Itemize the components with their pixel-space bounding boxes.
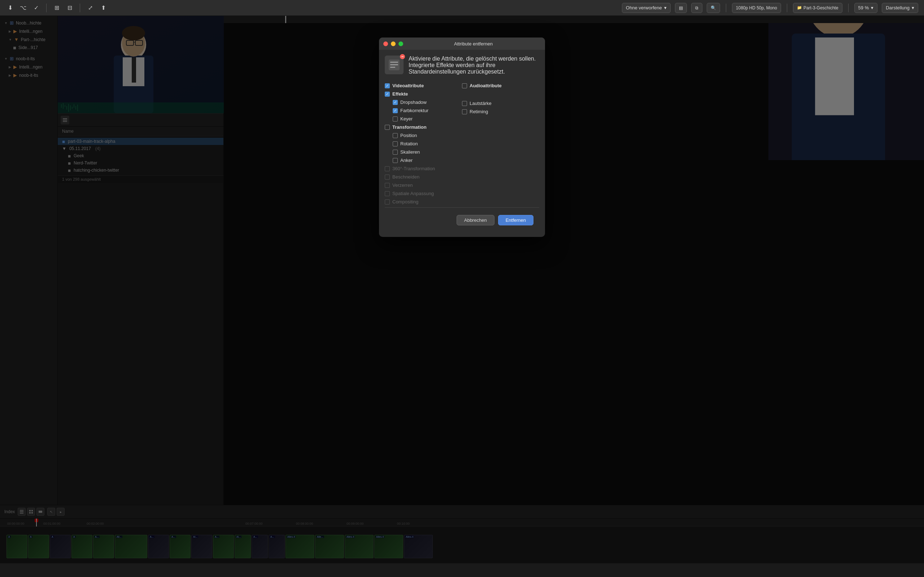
transformation-checkbox[interactable] — [385, 125, 390, 130]
share-icon[interactable]: ⬆ — [99, 3, 108, 12]
retiming-label: Retiming — [470, 109, 488, 114]
360-label: 360°-Transformation — [393, 166, 435, 171]
view-btn-1[interactable]: ▤ — [675, 3, 687, 13]
farbkorrektur-item[interactable]: Farbkorrektur — [385, 106, 462, 115]
compositing-checkbox — [385, 200, 390, 205]
position-item[interactable]: Position — [385, 131, 462, 140]
chevron-down-icon: ▾ — [664, 5, 667, 10]
dropshadow-item[interactable]: Dropshadow — [385, 98, 462, 106]
project-label: Part-3-Geschichte — [803, 5, 838, 10]
360-item: 360°-Transformation — [385, 164, 462, 173]
chevron-down-icon-3: ▾ — [912, 5, 914, 10]
lautstaerke-label: Lautstärke — [470, 101, 492, 106]
checkbox-grid: Videoattribute Effekte Dropshadow — [385, 82, 539, 206]
effekte-checkbox[interactable] — [385, 92, 390, 97]
zoom-dropdown[interactable]: 59 % ▾ — [855, 3, 878, 13]
confirm-button[interactable]: Entfernen — [498, 215, 533, 226]
filter-dropdown[interactable]: Ohne verworfene ▾ — [622, 3, 670, 13]
videoattribute-checkbox[interactable] — [385, 83, 390, 89]
chevron-down-icon-2: ▾ — [871, 5, 874, 10]
dropshadow-label: Dropshadow — [400, 100, 426, 105]
audioattribute-item[interactable]: Audioattribute — [462, 82, 539, 90]
audioattribute-checkbox[interactable] — [462, 83, 467, 89]
right-column: Audioattribute Lautstärke Retiming — [462, 82, 539, 206]
import-icon[interactable]: ⬇ — [6, 3, 15, 12]
skalieren-item[interactable]: Skalieren — [385, 148, 462, 156]
retiming-item[interactable]: Retiming — [462, 108, 539, 116]
resolution-btn: 1080p HD 50p, Mono — [732, 3, 781, 13]
zoom-label: 59 % — [858, 5, 869, 10]
360-checkbox — [385, 166, 390, 171]
close-button[interactable] — [383, 42, 388, 46]
compositing-item: Compositing — [385, 198, 462, 206]
effekte-item[interactable]: Effekte — [385, 90, 462, 98]
sep2 — [80, 3, 80, 12]
display-dropdown[interactable]: Darstellung ▾ — [882, 3, 918, 13]
top-toolbar: ⬇ ⌥ ✓ ⊞ ⊟ ⤢ ⬆ Ohne verworfene ▾ ▤ ⧉ 🔍 10… — [0, 0, 924, 16]
farbkorrektur-checkbox[interactable] — [393, 108, 398, 113]
videoattribute-item[interactable]: Videoattribute — [385, 82, 462, 90]
beschneiden-label: Beschneiden — [393, 174, 419, 180]
check-icon[interactable]: ✓ — [32, 3, 40, 12]
anker-label: Anker — [400, 158, 412, 163]
resize-icon[interactable]: ⤢ — [86, 3, 95, 12]
spatiale-label: Spatiale Anpassung — [393, 191, 434, 196]
transformation-item[interactable]: Transformation — [385, 123, 462, 131]
videoattribute-label: Videoattribute — [393, 83, 424, 89]
dialog-header: − Aktiviere die Attribute, die gelöscht … — [385, 56, 539, 75]
rotation-label: Rotation — [400, 141, 418, 147]
retiming-checkbox[interactable] — [462, 109, 467, 114]
lautstaerke-checkbox[interactable] — [462, 101, 467, 106]
anker-checkbox[interactable] — [393, 158, 398, 163]
dialog-overlay: Attribute entfernen − Aktivier — [0, 16, 924, 563]
spacer — [462, 90, 539, 99]
keyer-item[interactable]: Keyer — [385, 115, 462, 123]
dropshadow-checkbox[interactable] — [393, 100, 398, 105]
cancel-button[interactable]: Abbrechen — [457, 215, 494, 226]
lautstaerke-item[interactable]: Lautstärke — [462, 99, 539, 108]
dialog-icon: − — [385, 56, 404, 74]
sep4 — [787, 3, 787, 12]
transformation-label: Transformation — [393, 124, 426, 130]
svg-rect-31 — [390, 62, 398, 63]
audioattribute-label: Audioattribute — [470, 83, 502, 89]
sep5 — [848, 3, 848, 12]
dialog-footer: Abbrechen Entfernen — [385, 212, 539, 231]
skalieren-checkbox[interactable] — [393, 150, 398, 155]
dialog-title: Attribute entfernen — [406, 41, 541, 47]
svg-rect-32 — [390, 64, 398, 65]
view-icon-2: ⧉ — [695, 5, 698, 10]
view-btn-2[interactable]: ⧉ — [691, 3, 703, 13]
left-column: Videoattribute Effekte Dropshadow — [385, 82, 462, 206]
project-btn: 📁 Part-3-Geschichte — [793, 3, 842, 13]
verzerren-item: Verzerren — [385, 181, 462, 189]
view-icon-1: ▤ — [679, 5, 683, 10]
search-btn[interactable]: 🔍 — [707, 3, 720, 13]
verzerren-label: Verzerren — [393, 182, 412, 188]
beschneiden-item: Beschneiden — [385, 173, 462, 181]
grid-icon[interactable]: ⊞ — [52, 3, 61, 12]
spatiale-checkbox — [385, 191, 390, 196]
position-label: Position — [400, 133, 417, 138]
anker-item[interactable]: Anker — [385, 156, 462, 164]
minimize-button[interactable] — [391, 42, 396, 46]
sep1 — [46, 3, 47, 12]
attribute-icon-svg — [388, 59, 400, 71]
maximize-button[interactable] — [399, 42, 403, 46]
verzerren-checkbox — [385, 183, 390, 188]
rotation-checkbox[interactable] — [393, 141, 398, 147]
filter-label: Ohne verworfene — [626, 5, 662, 10]
svg-rect-33 — [390, 67, 395, 68]
dialog-divider — [385, 207, 539, 208]
effekte-label: Effekte — [393, 91, 408, 97]
dialog-description: Aktiviere die Attribute, die gelöscht we… — [409, 56, 539, 75]
rotation-item[interactable]: Rotation — [385, 140, 462, 148]
dialog-titlebar: Attribute entfernen — [379, 37, 545, 50]
resolution-label: 1080p HD 50p, Mono — [736, 5, 777, 10]
keyer-label: Keyer — [400, 116, 412, 121]
keychain-icon[interactable]: ⌥ — [19, 3, 27, 12]
skalieren-label: Skalieren — [400, 149, 420, 155]
position-checkbox[interactable] — [393, 133, 398, 138]
table-icon[interactable]: ⊟ — [65, 3, 74, 12]
keyer-checkbox[interactable] — [393, 116, 398, 121]
